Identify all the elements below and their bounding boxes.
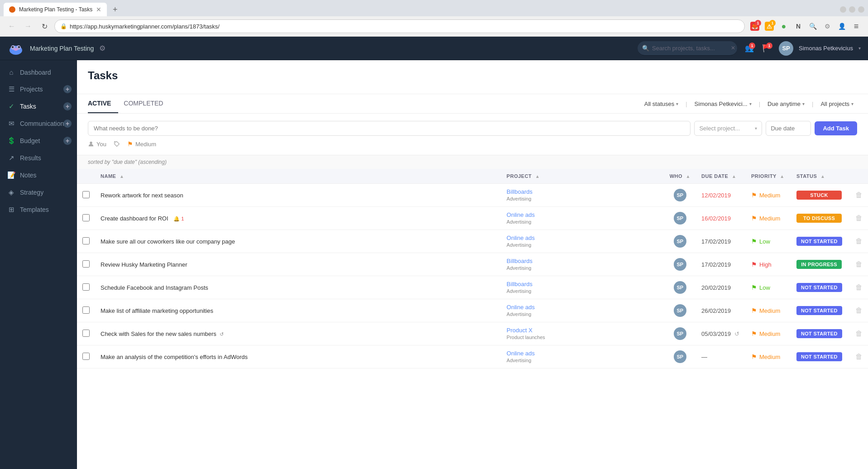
due-date-input[interactable] bbox=[766, 121, 811, 136]
sidebar-add-projects[interactable]: + bbox=[63, 85, 72, 93]
due-reload-icon-6[interactable]: ↺ bbox=[734, 330, 739, 337]
task-checkbox-4[interactable] bbox=[82, 283, 90, 291]
sidebar-item-communication[interactable]: ✉ Communication + bbox=[0, 115, 77, 132]
tab-close-button[interactable]: ✕ bbox=[96, 6, 101, 13]
project-select[interactable]: Select project... ▾ bbox=[694, 121, 762, 136]
tab-active[interactable]: ACTIVE bbox=[88, 94, 118, 113]
task-name-6[interactable]: Check with Sales for the new sales numbe… bbox=[101, 330, 216, 337]
window-close-button[interactable] bbox=[858, 6, 864, 13]
ext-icon-1[interactable]: 🦊 1 bbox=[748, 20, 761, 33]
sidebar-item-dashboard[interactable]: ⌂ Dashboard bbox=[0, 64, 77, 81]
sidebar-add-budget[interactable]: + bbox=[63, 137, 72, 145]
settings-icon[interactable]: ⚙ bbox=[99, 44, 106, 53]
refresh-button[interactable]: ↻ bbox=[38, 20, 51, 33]
task-delete-btn-3[interactable]: 🗑 bbox=[855, 260, 863, 268]
sidebar-item-projects[interactable]: ☰ Projects + bbox=[0, 81, 77, 98]
assignee-filter[interactable]: Simonas Petkevici... ▾ bbox=[691, 98, 755, 110]
task-name-5[interactable]: Make list of affiliate marketing opportu… bbox=[101, 307, 213, 314]
assignee-meta[interactable]: You bbox=[88, 141, 106, 148]
notification-btn-2[interactable]: 🚩 1 bbox=[760, 42, 773, 55]
ext-icon-3[interactable]: ● bbox=[777, 20, 790, 33]
sidebar-item-results[interactable]: ↗ Results bbox=[0, 149, 77, 167]
search-input[interactable] bbox=[652, 45, 728, 52]
sidebar-item-strategy[interactable]: ◈ Strategy bbox=[0, 184, 77, 201]
th-who[interactable]: WHO ▲ bbox=[664, 169, 696, 184]
task-project-link-6[interactable]: Product X bbox=[507, 327, 659, 334]
status-badge-4[interactable]: NOT STARTED bbox=[796, 283, 842, 292]
task-delete-btn-4[interactable]: 🗑 bbox=[855, 283, 863, 291]
task-checkbox-6[interactable] bbox=[82, 330, 90, 337]
url-input[interactable] bbox=[70, 23, 739, 30]
status-badge-0[interactable]: STUCK bbox=[796, 191, 842, 200]
th-status[interactable]: STATUS ▲ bbox=[791, 169, 850, 184]
task-project-link-1[interactable]: Online ads bbox=[507, 211, 659, 218]
task-project-link-4[interactable]: Billboards bbox=[507, 281, 659, 287]
back-button[interactable]: ← bbox=[5, 20, 18, 33]
ext-icon-6[interactable]: ⚙ bbox=[821, 20, 834, 33]
task-delete-btn-2[interactable]: 🗑 bbox=[855, 237, 863, 245]
task-checkbox-5[interactable] bbox=[82, 306, 90, 314]
window-minimize-button[interactable] bbox=[840, 6, 846, 13]
task-project-link-2[interactable]: Online ads bbox=[507, 234, 659, 241]
notification-btn-1[interactable]: 👥 1 bbox=[743, 42, 756, 55]
tag-meta[interactable] bbox=[114, 141, 120, 147]
th-project[interactable]: PROJECT ▲ bbox=[501, 169, 664, 184]
task-name-2[interactable]: Make sure all our coworkers like our com… bbox=[101, 238, 235, 245]
ext-icon-7[interactable]: 👤 bbox=[835, 20, 848, 33]
tab-completed[interactable]: COMPLETED bbox=[124, 94, 170, 113]
browser-tab-active[interactable]: Marketing Plan Testing - Tasks ✕ bbox=[4, 3, 107, 16]
task-checkbox-0[interactable] bbox=[82, 191, 90, 198]
sidebar-item-templates[interactable]: ⊞ Templates bbox=[0, 201, 77, 218]
new-tab-button[interactable]: + bbox=[109, 3, 121, 16]
ext-icon-4[interactable]: N bbox=[792, 20, 805, 33]
due-filter[interactable]: Due anytime ▾ bbox=[764, 98, 808, 110]
search-box[interactable]: 🔍 ✕ bbox=[638, 41, 737, 56]
sidebar-item-budget[interactable]: 💲 Budget + bbox=[0, 132, 77, 149]
window-maximize-button[interactable] bbox=[849, 6, 855, 13]
task-checkbox-2[interactable] bbox=[82, 237, 90, 244]
task-delete-btn-5[interactable]: 🗑 bbox=[855, 306, 863, 314]
task-checkbox-1[interactable] bbox=[82, 214, 90, 221]
task-delete-btn-6[interactable]: 🗑 bbox=[855, 330, 863, 337]
forward-button[interactable]: → bbox=[22, 20, 34, 33]
search-clear-icon[interactable]: ✕ bbox=[731, 45, 735, 51]
user-menu-chevron[interactable]: ▾ bbox=[858, 46, 861, 51]
status-badge-1[interactable]: TO DISCUSS bbox=[796, 214, 842, 223]
task-project-link-7[interactable]: Online ads bbox=[507, 350, 659, 357]
task-name-3[interactable]: Review Husky Marketing Planner bbox=[101, 261, 187, 268]
new-task-input[interactable] bbox=[88, 121, 691, 136]
app-logo[interactable] bbox=[7, 40, 24, 57]
task-name-4[interactable]: Schedule Facebook and Instagram Posts bbox=[101, 284, 208, 291]
add-task-button[interactable]: Add Task bbox=[815, 121, 857, 135]
task-checkbox-3[interactable] bbox=[82, 260, 90, 268]
task-project-link-5[interactable]: Online ads bbox=[507, 304, 659, 311]
task-delete-btn-1[interactable]: 🗑 bbox=[855, 214, 863, 222]
task-project-link-3[interactable]: Billboards bbox=[507, 258, 659, 264]
sidebar-add-tasks[interactable]: + bbox=[63, 102, 72, 110]
th-priority[interactable]: PRIORITY ▲ bbox=[746, 169, 791, 184]
user-name[interactable]: Simonas Petkevicius bbox=[799, 45, 853, 52]
task-name-0[interactable]: Rework artwork for next season bbox=[101, 192, 183, 199]
task-reload-6[interactable]: ↺ bbox=[220, 331, 224, 337]
status-badge-3[interactable]: IN PROGRESS bbox=[796, 260, 842, 269]
task-delete-btn-7[interactable]: 🗑 bbox=[855, 353, 863, 360]
status-badge-2[interactable]: NOT STARTED bbox=[796, 237, 842, 246]
task-name-1[interactable]: Create dashboard for ROI bbox=[101, 215, 168, 222]
status-filter[interactable]: All statuses ▾ bbox=[641, 98, 682, 110]
sidebar-item-tasks[interactable]: ✓ Tasks + bbox=[0, 98, 77, 115]
browser-menu-button[interactable]: ≡ bbox=[850, 20, 863, 33]
task-name-7[interactable]: Make an analysis of the competition's ef… bbox=[101, 354, 248, 360]
address-bar[interactable]: 🔒 bbox=[54, 19, 745, 33]
task-delete-btn-0[interactable]: 🗑 bbox=[855, 191, 863, 199]
projects-filter[interactable]: All projects ▾ bbox=[817, 98, 857, 110]
ext-icon-5[interactable]: 🔍 bbox=[806, 20, 819, 33]
sidebar-add-communication[interactable]: + bbox=[63, 120, 72, 128]
user-avatar[interactable]: SP bbox=[779, 41, 793, 56]
th-name[interactable]: NAME ▲ bbox=[95, 169, 501, 184]
priority-meta[interactable]: ⚑ Medium bbox=[127, 140, 156, 148]
ext-icon-2[interactable]: ⚠ 1 bbox=[763, 20, 776, 33]
task-checkbox-7[interactable] bbox=[82, 353, 90, 360]
status-badge-5[interactable]: NOT STARTED bbox=[796, 306, 842, 315]
status-badge-7[interactable]: NOT STARTED bbox=[796, 352, 842, 361]
th-due-date[interactable]: DUE DATE ▲ bbox=[696, 169, 746, 184]
